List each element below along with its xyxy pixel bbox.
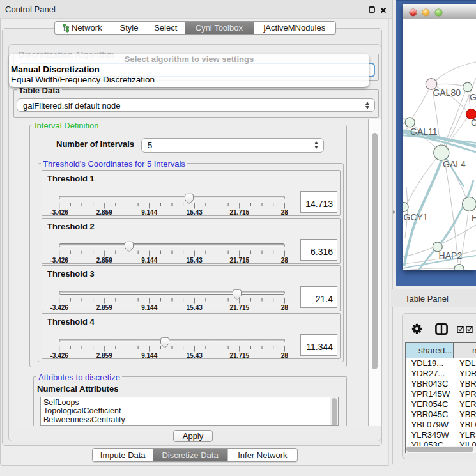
- svg-text:HAP2: HAP2: [439, 250, 463, 261]
- svg-text:CDC: CDC: [471, 118, 476, 128]
- svg-text:GCY1: GCY1: [404, 212, 428, 222]
- svg-text:GAL4: GAL4: [443, 159, 466, 169]
- svg-text:HIS: HIS: [472, 213, 476, 223]
- svg-text:GAL: GAL: [470, 92, 476, 102]
- svg-text:GAL80: GAL80: [433, 88, 461, 98]
- svg-text:GAL11: GAL11: [410, 127, 438, 137]
